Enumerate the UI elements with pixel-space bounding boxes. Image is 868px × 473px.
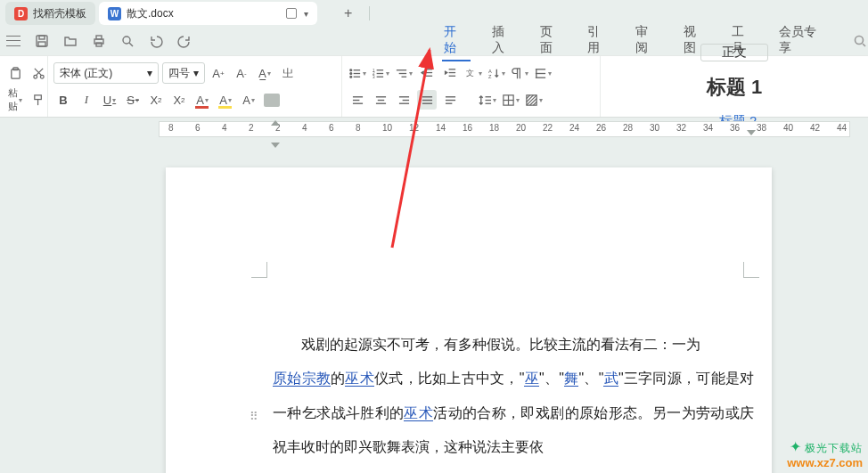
tab-dropdown-icon[interactable]: ▾ [304, 9, 308, 19]
border-button[interactable]: ▾ [501, 90, 520, 110]
ruler-tick: 4 [222, 123, 227, 133]
ruler-tick: 2 [249, 123, 254, 133]
ribbon: 粘贴▾ 宋体 (正文)▾ 四号▾ A+ A- A̲▾ 㞢 B I U▾ S▾ X… [0, 55, 868, 118]
font-name-combo[interactable]: 宋体 (正文)▾ [53, 62, 159, 84]
ruler-tick: 40 [783, 123, 793, 133]
section-font: 宋体 (正文)▾ 四号▾ A+ A- A̲▾ 㞢 B I U▾ S▾ X2 X2… [48, 56, 342, 117]
ruler-tick: 14 [436, 123, 446, 133]
ruler-tick: 38 [757, 123, 766, 133]
print-icon[interactable] [91, 33, 107, 49]
ruler-tick: 22 [543, 123, 553, 133]
svg-point-15 [350, 72, 352, 74]
ruler-tick: 30 [650, 123, 659, 133]
open-icon[interactable] [62, 33, 78, 49]
hamburger-icon[interactable] [5, 33, 21, 49]
hyperlink[interactable]: 舞 [564, 371, 579, 387]
paste-dropdown[interactable]: 粘贴▾ [5, 90, 25, 110]
save-icon[interactable] [34, 33, 50, 49]
hyperlink[interactable]: 巫术 [404, 405, 433, 421]
first-line-indent-marker[interactable] [271, 120, 280, 126]
preview-icon[interactable] [119, 33, 135, 49]
svg-point-11 [40, 75, 44, 78]
paragraph-text[interactable]: 戏剧的起源实不可考，有多种假说。比较主流的看法有二：一为原始宗教的巫术仪式，比如… [273, 328, 754, 465]
subscript-button[interactable]: X2 [169, 90, 189, 110]
style-heading1[interactable]: 标题 1 [707, 74, 762, 101]
hyperlink[interactable]: 巫 [524, 371, 539, 387]
shading-icon [264, 94, 280, 107]
font-size-combo[interactable]: 四号▾ [162, 62, 205, 84]
change-case-button[interactable]: A̲▾ [255, 63, 274, 83]
italic-button[interactable]: I [77, 90, 96, 110]
underline-button[interactable]: U▾ [100, 90, 119, 110]
cut-button[interactable] [29, 63, 48, 83]
right-indent-marker[interactable] [747, 130, 756, 135]
ruler-tick: 6 [195, 123, 201, 133]
hyperlink[interactable]: 武 [603, 371, 618, 387]
paste-button[interactable] [5, 63, 25, 83]
tab-window-icon[interactable] [286, 8, 297, 19]
tab-templates-label: 找稻壳模板 [33, 6, 86, 21]
align-right-button[interactable] [394, 90, 414, 110]
ruler-tick: 8 [168, 123, 174, 133]
font-name-value: 宋体 (正文) [60, 66, 112, 81]
shading-button[interactable] [262, 90, 282, 110]
decrease-indent-button[interactable] [417, 63, 437, 83]
para-shading-button[interactable]: ▾ [524, 90, 544, 110]
margin-corner-tl [251, 262, 267, 278]
hyperlink[interactable]: 巫术 [345, 371, 374, 387]
align-center-button[interactable] [371, 90, 390, 110]
superscript-button[interactable]: X2 [146, 90, 166, 110]
paragraph-handle-icon[interactable]: ⠿ [250, 410, 259, 423]
bold-button[interactable]: B [53, 90, 73, 110]
tabs-button[interactable]: ▾ [533, 63, 553, 83]
ruler-tick: 8 [356, 123, 361, 133]
add-tab-button[interactable]: + [337, 2, 360, 25]
ruler-tick: 32 [676, 123, 686, 133]
grow-font-button[interactable]: A+ [209, 63, 228, 83]
ruler-tick: 28 [623, 123, 633, 133]
search-icon[interactable] [852, 33, 868, 49]
margin-corner-tr [743, 262, 759, 278]
svg-rect-5 [96, 43, 102, 46]
phonetic-guide-button[interactable]: 㞢 [278, 63, 298, 83]
svg-point-17 [350, 76, 352, 77]
line-spacing-button[interactable]: ▾ [478, 90, 497, 110]
undo-icon[interactable] [148, 33, 164, 49]
text-direction-button[interactable]: 文▾ [463, 63, 483, 83]
distribute-button[interactable] [440, 90, 460, 110]
template-icon: D [14, 7, 28, 20]
strike-button[interactable]: S▾ [123, 90, 143, 110]
increase-indent-button[interactable] [440, 63, 460, 83]
multilevel-button[interactable]: ▾ [394, 63, 414, 83]
svg-point-10 [33, 75, 37, 78]
style-normal[interactable]: 正文 [700, 44, 768, 61]
ruler-tick: 24 [569, 123, 579, 133]
align-left-button[interactable] [348, 90, 367, 110]
tab-templates[interactable]: D 找稻壳模板 [5, 2, 95, 25]
sort-button[interactable]: AZ▾ [487, 63, 506, 83]
ruler-tick: 12 [409, 123, 419, 133]
ruler-tick: 20 [516, 123, 526, 133]
quick-access [5, 33, 192, 49]
svg-point-6 [123, 37, 130, 44]
highlight-button[interactable]: A▾ [216, 90, 235, 110]
tab-document[interactable]: W 散文.docx ▾ [99, 2, 317, 25]
show-marks-button[interactable]: ▾ [510, 63, 529, 83]
justify-button[interactable] [417, 90, 437, 110]
hyperlink[interactable]: 原始宗教 [273, 371, 331, 387]
redo-icon[interactable] [176, 33, 192, 49]
format-painter-button[interactable] [29, 90, 48, 110]
svg-point-13 [350, 69, 352, 70]
font-color-button[interactable]: A▾ [192, 90, 212, 110]
document-page[interactable]: ⠿ 戏剧的起源实不可考，有多种假说。比较主流的看法有二：一为原始宗教的巫术仪式，… [166, 167, 772, 473]
hanging-indent-marker[interactable] [271, 143, 280, 148]
ruler-tick: 42 [810, 123, 820, 133]
shrink-font-button[interactable]: A- [232, 63, 251, 83]
section-paragraph: ▾ 123▾ ▾ 文▾ AZ▾ ▾ ▾ ▾ ▾ ▾ [342, 56, 601, 117]
tab-doc-controls: ▾ [286, 8, 308, 19]
text-effect-button[interactable]: A▾ [239, 90, 258, 110]
svg-point-7 [856, 37, 864, 45]
ruler-tick: 34 [703, 123, 713, 133]
numbering-button[interactable]: 123▾ [371, 63, 390, 83]
bullets-button[interactable]: ▾ [348, 63, 367, 83]
